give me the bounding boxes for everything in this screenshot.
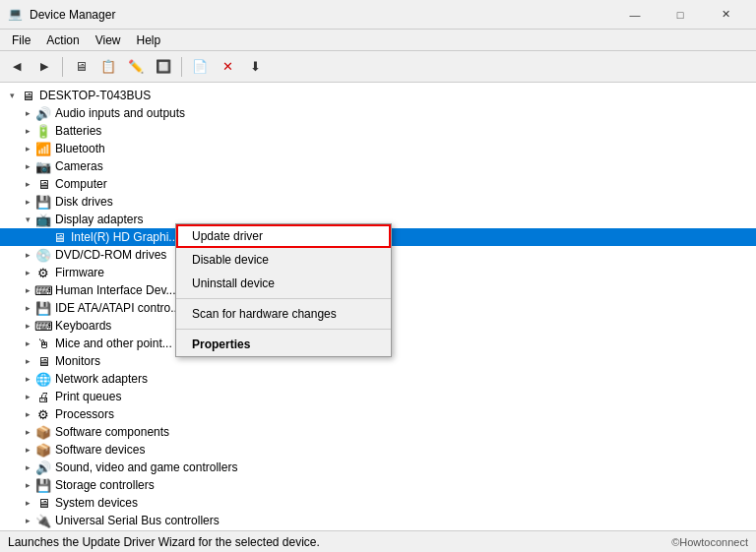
tree-icon-7: 🖥 bbox=[51, 229, 67, 245]
toolbar-remove[interactable]: ✕ bbox=[215, 55, 240, 79]
tree-icon-4: 🖥 bbox=[35, 176, 51, 192]
chevron-11 bbox=[20, 300, 35, 316]
chevron-5 bbox=[20, 194, 35, 210]
menu-help[interactable]: Help bbox=[129, 31, 169, 49]
tree-label-14: Monitors bbox=[55, 354, 100, 368]
tree-item-2[interactable]: 📶Bluetooth bbox=[0, 140, 756, 157]
tree-icon-23: 🔌 bbox=[35, 513, 51, 528]
ctx-sep-5 bbox=[176, 329, 391, 330]
tree-label-18: Software components bbox=[55, 425, 169, 439]
tree-item-15[interactable]: 🌐Network adapters bbox=[0, 370, 756, 388]
tree-label-2: Bluetooth bbox=[55, 142, 105, 155]
tree-label-16: Print queues bbox=[55, 390, 121, 403]
tree-label-22: System devices bbox=[55, 496, 138, 510]
chevron-23 bbox=[20, 513, 35, 528]
tree-item-21[interactable]: 💾Storage controllers bbox=[0, 476, 756, 494]
chevron-22 bbox=[20, 495, 35, 511]
tree-label-15: Network adapters bbox=[55, 372, 148, 386]
minimize-button[interactable]: — bbox=[612, 0, 658, 30]
toolbar-separator-2 bbox=[181, 57, 182, 77]
chevron-9 bbox=[20, 265, 35, 280]
tree-item-3[interactable]: 📷Cameras bbox=[0, 157, 756, 175]
tree-item-16[interactable]: 🖨Print queues bbox=[0, 388, 756, 405]
tree-icon-3: 📷 bbox=[35, 158, 51, 174]
tree-item-0[interactable]: 🔊Audio inputs and outputs bbox=[0, 104, 756, 122]
toolbar-item[interactable]: 📋 bbox=[95, 55, 121, 79]
chevron-16 bbox=[20, 389, 35, 404]
tree-icon-8: 💿 bbox=[35, 247, 51, 263]
tree-label-21: Storage controllers bbox=[55, 478, 155, 492]
close-button[interactable]: ✕ bbox=[703, 0, 748, 30]
app-icon: 💻 bbox=[8, 7, 24, 23]
ctx-item-6[interactable]: Properties bbox=[176, 333, 391, 356]
menu-bar: File Action View Help bbox=[0, 30, 756, 51]
menu-view[interactable]: View bbox=[88, 31, 129, 49]
status-credit: ©Howtoconnect bbox=[671, 536, 748, 548]
icon-computer: 🖥 bbox=[20, 88, 35, 103]
tree-label-12: Keyboards bbox=[55, 319, 111, 333]
tree-icon-12: ⌨ bbox=[35, 318, 51, 334]
tree-icon-16: 🖨 bbox=[35, 389, 51, 404]
tree-item-23[interactable]: 🔌Universal Serial Bus controllers bbox=[0, 512, 756, 529]
tree-icon-15: 🌐 bbox=[35, 371, 51, 387]
tree-label-3: Cameras bbox=[55, 159, 103, 173]
chevron-17 bbox=[20, 406, 35, 422]
chevron-13 bbox=[20, 336, 35, 351]
ctx-item-4[interactable]: Scan for hardware changes bbox=[176, 302, 391, 326]
chevron-0 bbox=[20, 105, 35, 121]
chevron-14 bbox=[20, 353, 35, 369]
chevron-3 bbox=[20, 158, 35, 174]
tree-item-18[interactable]: 📦Software components bbox=[0, 423, 756, 441]
menu-file[interactable]: File bbox=[4, 31, 38, 49]
chevron-root bbox=[4, 88, 20, 103]
toolbar-edit[interactable]: ✏️ bbox=[123, 55, 149, 79]
chevron-19 bbox=[20, 442, 35, 458]
tree-item-17[interactable]: ⚙Processors bbox=[0, 405, 756, 423]
context-menu: Update driverDisable deviceUninstall dev… bbox=[175, 223, 392, 357]
tree-label-4: Computer bbox=[55, 177, 107, 191]
toolbar-forward[interactable]: ▶ bbox=[32, 55, 57, 79]
tree-root-label: DESKTOP-T043BUS bbox=[39, 89, 151, 102]
tree-label-19: Software devices bbox=[55, 443, 145, 457]
tree-label-17: Processors bbox=[55, 407, 114, 421]
tree-item-4[interactable]: 🖥Computer bbox=[0, 175, 756, 193]
chevron-1 bbox=[20, 123, 35, 139]
tree-icon-18: 📦 bbox=[35, 424, 51, 440]
toolbar-add-driver[interactable]: 📄 bbox=[187, 55, 213, 79]
tree-label-20: Sound, video and game controllers bbox=[55, 460, 237, 474]
ctx-item-0[interactable]: Update driver bbox=[176, 224, 391, 248]
ctx-item-2[interactable]: Uninstall device bbox=[176, 272, 391, 295]
tree-item-1[interactable]: 🔋Batteries bbox=[0, 122, 756, 140]
title-bar: 💻 Device Manager — □ ✕ bbox=[0, 0, 756, 30]
tree-item-22[interactable]: 🖥System devices bbox=[0, 494, 756, 512]
toolbar-separator-1 bbox=[62, 57, 63, 77]
tree-icon-6: 📺 bbox=[35, 212, 51, 227]
tree-icon-5: 💾 bbox=[35, 194, 51, 210]
tree-label-7: Intel(R) HD Graphi... bbox=[71, 230, 178, 244]
toolbar-unknown[interactable]: 🔲 bbox=[151, 55, 176, 79]
tree-item-5[interactable]: 💾Disk drives bbox=[0, 193, 756, 211]
ctx-item-1[interactable]: Disable device bbox=[176, 248, 391, 272]
tree-label-5: Disk drives bbox=[55, 195, 113, 209]
toolbar: ◀ ▶ 🖥 📋 ✏️ 🔲 📄 ✕ ⬇ bbox=[0, 51, 756, 83]
status-bar: Launches the Update Driver Wizard for th… bbox=[0, 530, 756, 552]
tree-label-10: Human Interface Dev... bbox=[55, 283, 176, 297]
tree-label-9: Firmware bbox=[55, 266, 104, 279]
window-controls: — □ ✕ bbox=[612, 0, 748, 30]
tree-item-20[interactable]: 🔊Sound, video and game controllers bbox=[0, 459, 756, 476]
toolbar-download[interactable]: ⬇ bbox=[242, 55, 268, 79]
toolbar-computer[interactable]: 🖥 bbox=[68, 55, 94, 79]
tree-label-23: Universal Serial Bus controllers bbox=[55, 514, 220, 527]
maximize-button[interactable]: □ bbox=[658, 0, 703, 30]
tree-label-1: Batteries bbox=[55, 124, 101, 138]
toolbar-back[interactable]: ◀ bbox=[4, 55, 30, 79]
main-content: 🖥 DESKTOP-T043BUS 🔊Audio inputs and outp… bbox=[0, 83, 756, 530]
chevron-7 bbox=[35, 229, 51, 245]
chevron-8 bbox=[20, 247, 35, 263]
tree-item-19[interactable]: 📦Software devices bbox=[0, 441, 756, 459]
chevron-4 bbox=[20, 176, 35, 192]
tree-icon-13: 🖱 bbox=[35, 336, 51, 351]
menu-action[interactable]: Action bbox=[38, 31, 87, 49]
tree-icon-20: 🔊 bbox=[35, 460, 51, 475]
tree-root[interactable]: 🖥 DESKTOP-T043BUS bbox=[0, 87, 756, 104]
